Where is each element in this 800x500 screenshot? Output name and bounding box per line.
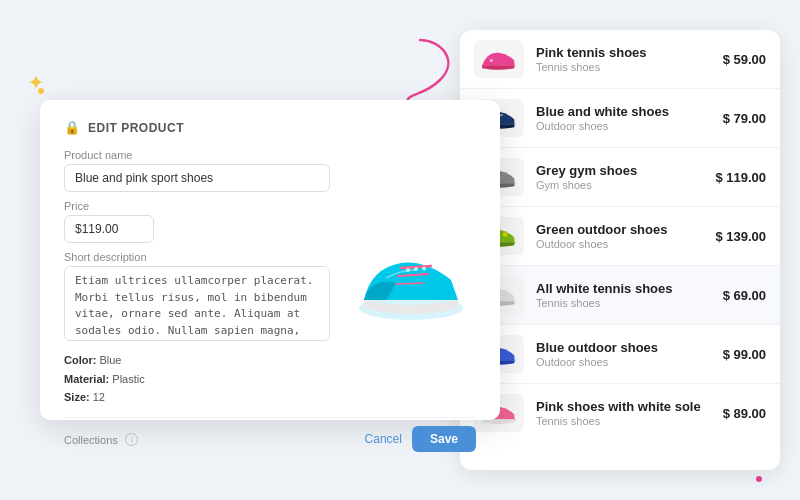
save-button[interactable]: Save <box>412 426 476 452</box>
svg-point-1 <box>490 59 493 62</box>
product-info: Green outdoor shoes Outdoor shoes <box>536 222 703 250</box>
modal-title: EDIT PRODUCT <box>88 121 184 135</box>
product-price: $ 99.00 <box>723 347 766 362</box>
product-price: $ 89.00 <box>723 406 766 421</box>
cancel-button[interactable]: Cancel <box>365 432 402 446</box>
price-label: Price <box>64 200 330 212</box>
product-info: Pink tennis shoes Tennis shoes <box>536 45 711 73</box>
product-price: $ 69.00 <box>723 288 766 303</box>
product-name: Pink shoes with white sole <box>536 399 711 414</box>
product-price: $ 119.00 <box>715 170 766 185</box>
product-price: $ 139.00 <box>715 229 766 244</box>
product-name: Blue and white shoes <box>536 104 711 119</box>
price-input[interactable] <box>64 215 154 243</box>
product-meta: Color: Blue Material: Plastic Size: 12 <box>64 351 330 407</box>
product-info: Pink shoes with white sole Tennis shoes <box>536 399 711 427</box>
product-name-input[interactable] <box>64 164 330 192</box>
modal-footer: Collections i Cancel Save <box>64 417 476 452</box>
decoration-dot-pink <box>756 476 762 482</box>
color-label: Color: <box>64 354 96 366</box>
modal-header: 🔒 EDIT PRODUCT <box>64 120 476 135</box>
product-name: Pink tennis shoes <box>536 45 711 60</box>
lock-icon: 🔒 <box>64 120 80 135</box>
size-value: 12 <box>93 391 105 403</box>
product-info: All white tennis shoes Tennis shoes <box>536 281 711 309</box>
product-info: Grey gym shoes Gym shoes <box>536 163 703 191</box>
list-item[interactable]: Pink shoes with white sole Tennis shoes … <box>460 384 780 442</box>
info-icon[interactable]: i <box>125 433 138 446</box>
product-thumb <box>474 40 524 78</box>
svg-point-12 <box>422 267 426 271</box>
form-section: Product name Price Short description Eti… <box>64 149 330 407</box>
description-textarea[interactable]: Etiam ultrices ullamcorper placerat. Mor… <box>64 266 330 341</box>
material-value: Plastic <box>112 373 144 385</box>
size-label: Size: <box>64 391 90 403</box>
shoe-preview-image <box>346 228 476 328</box>
product-name-group: Product name <box>64 149 330 192</box>
product-info: Blue outdoor shoes Outdoor shoes <box>536 340 711 368</box>
collections-label: Collections <box>64 434 118 446</box>
material-label: Material: <box>64 373 109 385</box>
list-item[interactable]: Green outdoor shoes Outdoor shoes $ 139.… <box>460 207 780 266</box>
edit-product-modal: 🔒 EDIT PRODUCT Product name Price Short … <box>40 100 500 420</box>
modal-body: Product name Price Short description Eti… <box>64 149 476 407</box>
product-name: Green outdoor shoes <box>536 222 703 237</box>
description-group: Short description Etiam ultrices ullamco… <box>64 251 330 341</box>
list-item[interactable]: Blue and white shoes Outdoor shoes $ 79.… <box>460 89 780 148</box>
description-label: Short description <box>64 251 330 263</box>
product-category: Gym shoes <box>536 179 703 191</box>
product-name: Grey gym shoes <box>536 163 703 178</box>
product-category: Outdoor shoes <box>536 238 703 250</box>
list-item[interactable]: Pink tennis shoes Tennis shoes $ 59.00 <box>460 30 780 89</box>
product-category: Tennis shoes <box>536 61 711 73</box>
product-info: Blue and white shoes Outdoor shoes <box>536 104 711 132</box>
product-category: Tennis shoes <box>536 415 711 427</box>
product-name: All white tennis shoes <box>536 281 711 296</box>
color-value: Blue <box>99 354 121 366</box>
list-item[interactable]: Blue outdoor shoes Outdoor shoes $ 99.00 <box>460 325 780 384</box>
product-name-label: Product name <box>64 149 330 161</box>
product-price: $ 59.00 <box>723 52 766 67</box>
product-name: Blue outdoor shoes <box>536 340 711 355</box>
list-item[interactable]: All white tennis shoes Tennis shoes $ 69… <box>460 266 780 325</box>
product-image-section <box>346 149 476 407</box>
footer-actions: Cancel Save <box>365 426 476 452</box>
product-list-panel: Pink tennis shoes Tennis shoes $ 59.00 B… <box>460 30 780 470</box>
svg-point-5 <box>503 232 508 237</box>
product-category: Outdoor shoes <box>536 120 711 132</box>
decoration-dot-yellow <box>38 88 44 94</box>
product-category: Outdoor shoes <box>536 356 711 368</box>
list-item[interactable]: Grey gym shoes Gym shoes $ 119.00 <box>460 148 780 207</box>
product-price: $ 79.00 <box>723 111 766 126</box>
product-category: Tennis shoes <box>536 297 711 309</box>
price-group: Price <box>64 200 330 243</box>
collections-section: Collections i <box>64 430 138 448</box>
